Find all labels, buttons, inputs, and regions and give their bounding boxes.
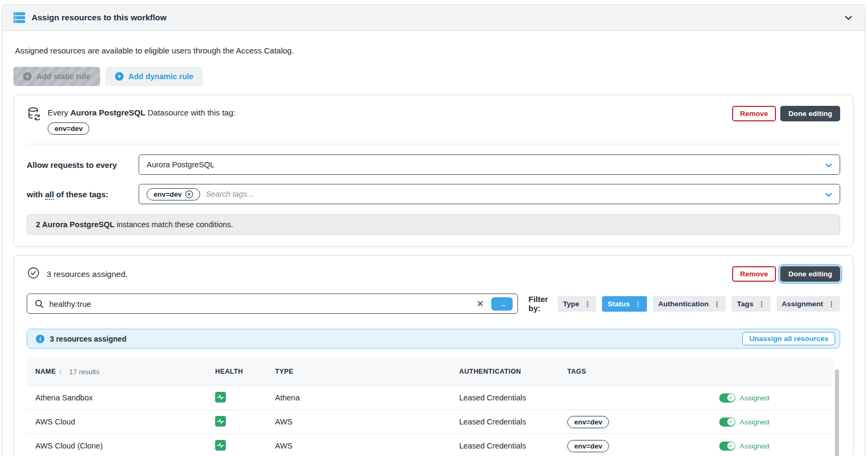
selected-tag-chip[interactable]: env=dev [147, 188, 200, 200]
chevron-down-icon [824, 161, 833, 172]
resource-search-input[interactable] [49, 299, 469, 308]
assigned-status-label: Assigned [740, 394, 770, 402]
column-header-authentication[interactable]: AUTHENTICATION [459, 368, 567, 375]
summary-tag-pill: env=dev [48, 122, 89, 135]
assigned-status-label: Assigned [740, 442, 770, 450]
plus-circle-icon: + [23, 72, 32, 81]
collapse-panel-button[interactable] [843, 13, 854, 23]
resource-type-select[interactable]: Aurora PostgreSQL [139, 154, 840, 175]
filter-chip-label: Tags [737, 300, 753, 308]
kebab-menu-icon: ⋮ [758, 300, 765, 308]
toggle-check-icon: ✓ [727, 442, 735, 450]
tags-label-prefix: with [27, 190, 45, 199]
rule-divider [27, 144, 840, 144]
plus-circle-icon: + [115, 72, 124, 81]
resource-type-value: Aurora PostgreSQL [147, 160, 215, 169]
resource-authentication: Leased Credentials [459, 442, 567, 450]
panel-title: Assign resources to this workflow [32, 13, 166, 22]
filter-chip-tags[interactable]: Tags ⋮ [732, 296, 771, 312]
resource-authentication: Leased Credentials [459, 393, 567, 402]
assigned-summary: 3 resources assigned. [47, 269, 128, 279]
resource-tag-pill: env=dev [567, 440, 609, 452]
remove-tag-icon[interactable] [185, 190, 193, 198]
tags-search-select[interactable]: env=dev Search tags... [139, 184, 840, 204]
panel-description: Assigned resources are available to elig… [15, 46, 854, 55]
tags-search-placeholder: Search tags... [205, 190, 253, 198]
kebab-menu-icon: ⋮ [828, 300, 835, 308]
done-editing-button[interactable]: Done editing [780, 106, 840, 121]
health-healthy-icon [215, 440, 226, 451]
dynamic-rule-card: Every Aurora PostgreSQL Datasource with … [13, 95, 854, 247]
panel-body: Assigned resources are available to elig… [2, 31, 865, 456]
table-row[interactable]: AWS Cloud AWS Leased Credentials env=dev… [27, 409, 833, 434]
filter-chip-type[interactable]: Type ⋮ [558, 296, 597, 312]
sort-ascending-icon[interactable]: ↑ [58, 368, 62, 376]
resource-search-box: ✕ → [27, 293, 518, 314]
column-header-type[interactable]: TYPE [275, 368, 459, 375]
table-row[interactable]: Athena Sandbox Athena Leased Credentials… [27, 385, 833, 409]
filter-by-label: Filter by: [528, 295, 550, 313]
resource-tag-pill: env=dev [567, 416, 609, 428]
match-text: instances match these conditions. [115, 220, 233, 229]
resource-type: AWS [275, 442, 459, 450]
chevron-down-icon [843, 13, 854, 23]
assign-resources-panel: Assign resources to this workflow Assign… [2, 4, 865, 456]
resource-name: AWS Cloud (Clone) [35, 442, 215, 450]
column-header-name[interactable]: NAME [35, 368, 56, 375]
check-circle-icon [27, 266, 40, 282]
summary-resource: Aurora PostgreSQL [71, 108, 146, 117]
table-scrollbar-thumb[interactable] [835, 369, 839, 456]
column-header-tags[interactable]: TAGS [567, 368, 719, 375]
toggle-check-icon: ✓ [727, 394, 735, 401]
clear-search-icon[interactable]: ✕ [474, 299, 486, 308]
tags-label-all[interactable]: all [45, 190, 54, 200]
assigned-toggle[interactable]: ✓ [719, 393, 735, 403]
submit-search-button[interactable]: → [491, 297, 513, 311]
unassign-all-button[interactable]: Unassign all resources [742, 332, 835, 345]
match-conditions-message: 2 Aurora PostgreSQL instances match thes… [27, 214, 840, 235]
chevron-down-icon [824, 190, 833, 201]
column-header-health[interactable]: HEALTH [215, 368, 275, 375]
dynamic-rule-summary: Every Aurora PostgreSQL Datasource with … [48, 106, 235, 117]
add-dynamic-rule-label: Add dynamic rule [128, 72, 194, 81]
arrow-right-icon: → [498, 300, 506, 308]
toggle-check-icon: ✓ [727, 418, 735, 426]
table-row[interactable]: AWS Cloud (Clone) AWS Leased Credentials… [27, 434, 833, 456]
filter-chip-label: Type [563, 300, 580, 308]
assigned-resources-card: 3 resources assigned. Remove Done editin… [13, 255, 854, 456]
match-count: 2 Aurora PostgreSQL [36, 220, 115, 229]
selected-tag-label: env=dev [154, 190, 181, 198]
remove-rule-button[interactable]: Remove [732, 106, 776, 121]
tags-condition-label: with all of these tags: [27, 190, 139, 199]
add-static-rule-label: Add static rule [36, 72, 90, 81]
resource-type: Athena [275, 393, 459, 402]
summary-suffix: Datasource with this tag: [146, 108, 235, 117]
filter-chip-label: Status [607, 300, 629, 308]
filter-chip-label: Authentication [658, 300, 709, 308]
kebab-menu-icon: ⋮ [713, 300, 720, 308]
summary-prefix: Every [48, 108, 71, 117]
done-editing-button[interactable]: Done editing [780, 266, 840, 282]
filter-chip-assignment[interactable]: Assignment ⋮ [776, 296, 840, 312]
resource-name: AWS Cloud [35, 418, 215, 426]
add-dynamic-rule-button[interactable]: + Add dynamic rule [105, 67, 203, 86]
resource-name: Athena Sandbox [35, 393, 215, 402]
kebab-menu-icon: ⋮ [584, 300, 591, 308]
search-icon [35, 299, 44, 308]
assigned-toggle[interactable]: ✓ [719, 442, 735, 451]
banner-text: 3 resources assigned [50, 335, 126, 343]
resource-authentication: Leased Credentials [459, 418, 567, 426]
assigned-count-banner: i 3 resources assigned Unassign all reso… [27, 329, 840, 349]
remove-rule-button[interactable]: Remove [732, 266, 776, 282]
panel-header: Assign resources to this workflow [2, 5, 865, 31]
filter-chip-authentication[interactable]: Authentication ⋮ [653, 296, 726, 312]
resources-table: NAME ↑ 17 results HEALTH TYPE AUTHENTICA… [27, 358, 833, 456]
add-static-rule-button[interactable]: + Add static rule [13, 67, 100, 86]
results-count: 17 results [69, 368, 99, 376]
workflow-stack-icon [13, 12, 25, 23]
filter-chip-status[interactable]: Status ⋮ [602, 296, 646, 312]
kebab-menu-icon: ⋮ [635, 300, 642, 308]
assigned-toggle[interactable]: ✓ [719, 418, 735, 427]
filter-chip-label: Assignment [782, 300, 823, 308]
datasource-sync-icon [27, 106, 41, 123]
